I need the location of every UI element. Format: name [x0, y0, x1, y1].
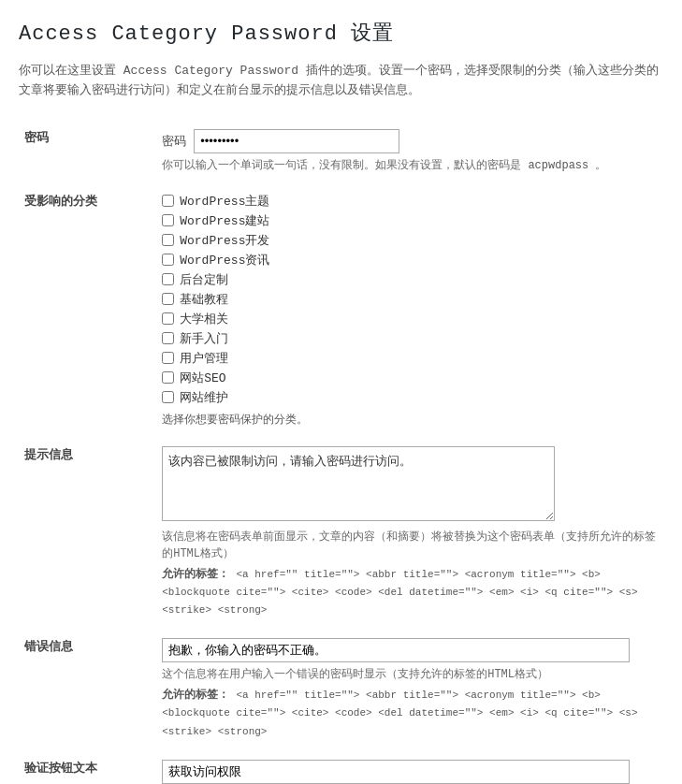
settings-table: 密码 密码 你可以输入一个单词或一句话，没有限制。如果没有设置，默认的密码是 a… — [19, 120, 663, 784]
category-checkbox[interactable] — [162, 195, 174, 207]
hint-textarea[interactable] — [162, 446, 555, 521]
category-checkbox[interactable] — [162, 312, 174, 325]
button-label: 验证按钮文本 — [24, 762, 97, 776]
category-checkbox[interactable] — [162, 254, 174, 266]
category-checkbox[interactable] — [162, 332, 174, 344]
password-inline-label: 密码 — [162, 133, 186, 150]
category-name: WordPress开发 — [180, 232, 269, 249]
category-name: 用户管理 — [180, 350, 228, 367]
category-checkbox[interactable] — [162, 293, 174, 305]
category-name: 后台定制 — [180, 271, 228, 288]
category-checkbox[interactable] — [162, 352, 174, 364]
password-field-row: 密码 — [162, 129, 658, 153]
category-item: 新手入门 — [162, 330, 658, 347]
category-item: 后台定制 — [162, 271, 658, 288]
category-item: WordPress主题 — [162, 193, 658, 210]
category-item: 基础教程 — [162, 291, 658, 308]
hint-help: 该信息将在密码表单前面显示，文章的内容（和摘要）将被替换为这个密码表单（支持所允… — [162, 529, 658, 562]
hint-allowed-tags: 允许的标签： <a href="" title=""> <abbr title=… — [162, 566, 658, 620]
password-label: 密码 — [24, 131, 49, 145]
categories-list: WordPress主题WordPress建站WordPress开发WordPre… — [162, 193, 658, 406]
category-checkbox[interactable] — [162, 273, 174, 285]
settings-page: Access Category Password 设置 你可以在这里设置 Acc… — [0, 0, 682, 784]
category-item: 用户管理 — [162, 350, 658, 367]
category-checkbox[interactable] — [162, 214, 174, 226]
category-item: WordPress开发 — [162, 232, 658, 249]
button-input[interactable] — [162, 760, 630, 784]
category-item: WordPress建站 — [162, 212, 658, 229]
password-help: 你可以输入一个单词或一句话，没有限制。如果没有设置，默认的密码是 acpwdpa… — [162, 157, 658, 174]
category-name: WordPress建站 — [180, 212, 269, 229]
category-item: 大学相关 — [162, 311, 658, 327]
error-input[interactable] — [162, 638, 630, 662]
category-name: 新手入门 — [180, 330, 228, 347]
password-row: 密码 密码 你可以输入一个单词或一句话，没有限制。如果没有设置，默认的密码是 a… — [19, 120, 663, 183]
categories-row: 受影响的分类 WordPress主题WordPress建站WordPress开发… — [19, 183, 663, 437]
category-name: 网站维护 — [180, 389, 228, 406]
password-input[interactable] — [194, 129, 399, 153]
category-name: WordPress主题 — [180, 193, 269, 210]
category-name: WordPress资讯 — [180, 252, 269, 269]
button-row: 验证按钮文本 验证按钮文本用来提交输入的密码（不允许 HMTL 代码） — [19, 750, 663, 784]
categories-help: 选择你想要密码保护的分类。 — [162, 412, 658, 428]
categories-label: 受影响的分类 — [24, 195, 97, 209]
category-name: 基础教程 — [180, 291, 228, 308]
category-checkbox[interactable] — [162, 234, 174, 246]
category-name: 大学相关 — [180, 311, 228, 327]
error-allowed-tags: 允许的标签： <a href="" title=""> <abbr title=… — [162, 687, 658, 741]
error-label: 错误信息 — [24, 640, 73, 654]
hint-row: 提示信息 该信息将在密码表单前面显示，文章的内容（和摘要）将被替换为这个密码表单… — [19, 437, 663, 630]
page-description: 你可以在这里设置 Access Category Password 插件的选项。… — [19, 62, 663, 101]
page-title: Access Category Password 设置 — [19, 19, 663, 47]
error-help: 这个信息将在用户输入一个错误的密码时显示（支持允许的标签的HTML格式） — [162, 666, 658, 683]
category-item: 网站SEO — [162, 370, 658, 386]
category-name: 网站SEO — [180, 370, 225, 386]
category-item: WordPress资讯 — [162, 252, 658, 269]
category-checkbox[interactable] — [162, 371, 174, 384]
error-row: 错误信息 这个信息将在用户输入一个错误的密码时显示（支持允许的标签的HTML格式… — [19, 629, 663, 750]
category-checkbox[interactable] — [162, 391, 174, 403]
category-item: 网站维护 — [162, 389, 658, 406]
hint-label: 提示信息 — [24, 448, 73, 462]
